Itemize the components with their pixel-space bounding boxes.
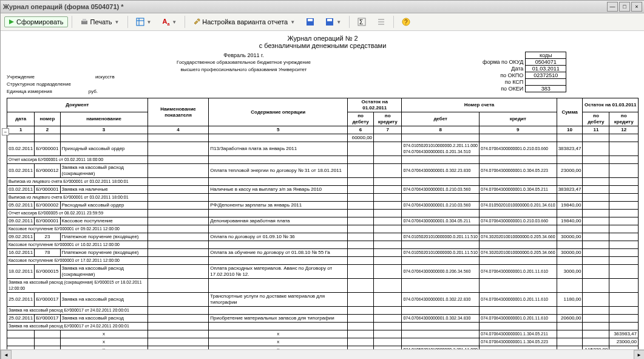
- report-title-1: Журнал операций № 2: [7, 35, 639, 42]
- help-button[interactable]: ?: [398, 16, 415, 28]
- run-button[interactable]: Сформировать: [4, 16, 68, 27]
- table-row: 09.02.201123Платежное поручение (входяще…: [7, 233, 639, 241]
- table-row: 25.02.2011БУ000017Заявка на кассовый рас…: [7, 293, 639, 307]
- svg-text:?: ?: [404, 19, 408, 26]
- floppy-icon: [325, 18, 334, 26]
- table-row: 25.02.2011БУ000017Заявка на кассовый рас…: [7, 315, 639, 323]
- svg-rect-9: [327, 19, 332, 21]
- minimize-button[interactable]: —: [607, 2, 618, 12]
- sigma-icon: Σ: [358, 18, 366, 26]
- svg-rect-2: [83, 19, 86, 21]
- titlebar: Журнал операций (форма 0504071) * — □ ×: [1, 1, 644, 13]
- maximize-button[interactable]: □: [619, 2, 630, 12]
- table-row: 18.02.2011БУ000015Заявка на кассовый рас…: [7, 265, 639, 279]
- table-row: 03.02.2011БУ000012Заявка на кассовый рас…: [7, 164, 639, 178]
- svg-rect-7: [308, 19, 313, 21]
- play-icon: [8, 19, 15, 25]
- font-icon: Aa: [162, 18, 169, 26]
- scroll-left-button[interactable]: ◄: [1, 350, 12, 359]
- table-row: 05.02.2011БУ000002Расходный кассовый орд…: [7, 202, 639, 210]
- main-table: Документ Наименование показателя Содержа…: [7, 98, 639, 349]
- window-title: Журнал операций (форма 0504071) *: [3, 3, 606, 10]
- svg-marker-0: [9, 19, 14, 24]
- wrench-icon: [193, 18, 200, 26]
- report-area[interactable]: − Журнал операций № 2 с безналичными ден…: [1, 31, 644, 349]
- close-button[interactable]: ×: [631, 2, 642, 12]
- report-title-2: с безналичными денежными средствами: [7, 42, 639, 49]
- list-icon: [377, 18, 385, 26]
- scroll-right-button[interactable]: ►: [634, 350, 644, 359]
- printer-icon: [80, 18, 89, 26]
- list-button[interactable]: [373, 16, 390, 28]
- save-as-button[interactable]: ▼: [321, 16, 345, 28]
- floppy-icon: [306, 18, 314, 26]
- svg-text:Σ: Σ: [359, 19, 363, 26]
- horizontal-scrollbar[interactable]: ◄ ►: [1, 349, 644, 359]
- collapse-toggle[interactable]: −: [2, 128, 9, 135]
- font-button[interactable]: Aa ▼: [158, 16, 181, 28]
- sum-button[interactable]: Σ: [353, 16, 370, 28]
- table-row: 16.02.201178Платежное поручение (входяще…: [7, 249, 639, 257]
- svg-rect-3: [137, 18, 144, 26]
- period: Февраль 2011 г.: [7, 52, 481, 59]
- toolbar: Сформировать Печать ▼ ▼ Aa ▼ Настройка в…: [1, 13, 644, 31]
- grid-icon: [136, 18, 144, 26]
- save-button[interactable]: [302, 16, 319, 28]
- table-row: 03.02.2011БУ000001Заявка на наличныеНали…: [7, 186, 639, 194]
- table-icon-button[interactable]: ▼: [132, 16, 156, 28]
- table-row: 03.02.2011БУ000001Приходный кассовый орд…: [7, 142, 639, 156]
- help-icon: ?: [402, 18, 410, 26]
- print-button[interactable]: Печать ▼: [76, 16, 124, 28]
- table-row: 09.02.2011БУ000001Кассовое поступлениеДе…: [7, 217, 639, 225]
- settings-button[interactable]: Настройка варианта отчета ▼: [189, 16, 299, 27]
